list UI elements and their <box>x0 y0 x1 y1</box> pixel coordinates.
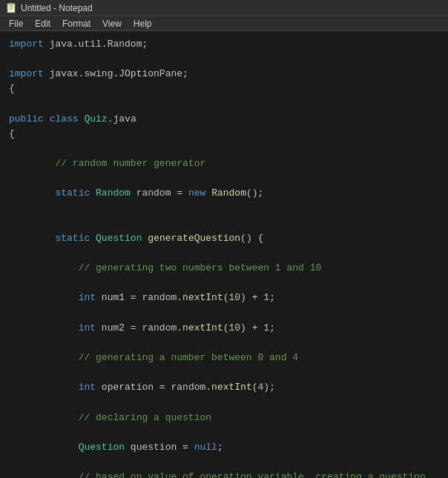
code-line-16: // generating two numbers between 1 and … <box>9 261 439 276</box>
empty-line-13 <box>9 216 439 231</box>
empty-line-23 <box>9 365 439 380</box>
empty-line-17 <box>9 276 439 291</box>
empty-line-19 <box>9 306 439 321</box>
menu-format[interactable]: Format <box>56 19 96 29</box>
code-line-6: public class Quiz.java <box>9 112 439 127</box>
code-line-14: static Question generateQuestion() { <box>9 231 439 246</box>
empty-line-5 <box>9 97 439 112</box>
code-line-1: import java.util.Random; <box>9 37 439 52</box>
code-line-18: int num1 = random.nextInt(10) + 1; <box>9 291 439 305</box>
code-line-9: // random number generator <box>9 156 439 171</box>
svg-rect-1 <box>10 3 13 5</box>
empty-line-8 <box>9 142 439 156</box>
code-display: import java.util.Random; import javax.sw… <box>9 37 439 478</box>
menu-help[interactable]: Help <box>128 19 158 29</box>
code-line-28: Question question = null; <box>9 440 439 455</box>
empty-line-27 <box>9 425 439 440</box>
title-bar-title: Untitled - Notepad <box>21 3 93 13</box>
code-line-4: { <box>9 82 439 96</box>
empty-line-15 <box>9 246 439 261</box>
empty-line-25 <box>9 395 439 410</box>
menu-bar: File Edit Format View Help <box>0 16 448 31</box>
code-line-11: static Random random = new Random(); <box>9 186 439 201</box>
code-line-24: int operation = random.nextInt(4); <box>9 380 439 395</box>
empty-line-10 <box>9 171 439 186</box>
menu-file[interactable]: File <box>3 19 29 29</box>
code-line-22: // generating a number between 0 and 4 <box>9 351 439 365</box>
empty-line-21 <box>9 336 439 351</box>
title-bar: Untitled - Notepad <box>0 0 448 16</box>
empty-line-12 <box>9 202 439 216</box>
title-bar-icon <box>6 2 18 14</box>
code-line-26: // declaring a question <box>9 411 439 425</box>
code-line-7: { <box>9 127 439 142</box>
menu-view[interactable]: View <box>96 19 128 29</box>
code-line-30: // based on value of operation variable,… <box>9 470 439 478</box>
code-line-3: import javax.swing.JOptionPane; <box>9 67 439 82</box>
empty-line-29 <box>9 455 439 470</box>
editor-area[interactable]: import java.util.Random; import javax.sw… <box>0 31 448 478</box>
empty-line-2 <box>9 52 439 67</box>
menu-edit[interactable]: Edit <box>29 19 56 29</box>
code-line-20: int num2 = random.nextInt(10) + 1; <box>9 321 439 336</box>
